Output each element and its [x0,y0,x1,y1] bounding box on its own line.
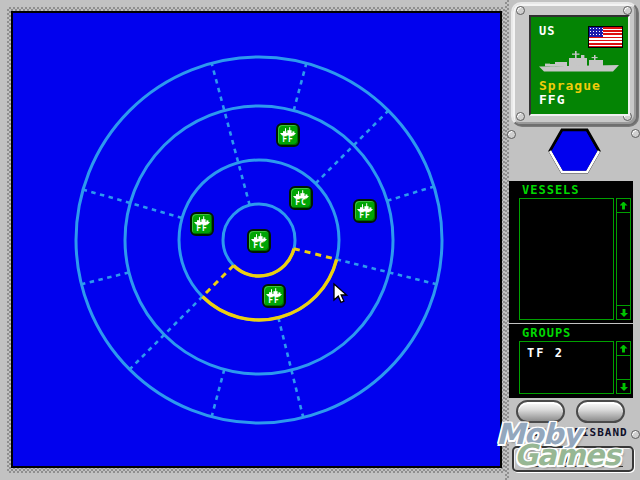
screw-icon [507,130,516,139]
ship-icon[interactable]: FF [276,123,300,147]
ship-class-label: FFG [539,92,565,107]
ship-icon[interactable]: FF [353,199,377,223]
screw-icon [516,112,525,121]
sidebar: US Sprague FFG [505,0,640,480]
scroll-up-button[interactable] [616,198,631,213]
ship-icon[interactable]: FC [289,186,313,210]
unit-info-card: US Sprague FFG [529,15,630,116]
group-list-item[interactable]: TF 2 [527,346,564,360]
tactical-map[interactable]: FFFCFFFFFCFF [11,11,502,468]
ship-silhouette [536,49,622,76]
ship-layer: FFFCFFFFFCFF [13,13,500,466]
vessels-label: VESSELS [522,183,580,197]
screw-icon [516,6,525,15]
groups-label: GROUPS [522,326,571,340]
ship-name: Sprague [539,78,601,93]
ship-icon[interactable]: FF [190,212,214,236]
arrow-up-icon [620,345,628,353]
vessels-scrollbar[interactable] [616,198,631,320]
groups-list[interactable]: TF 2 [519,341,614,394]
groups-panel: GROUPS TF 2 [509,324,633,398]
games-watermark: Games [514,438,620,472]
disband-button[interactable] [576,400,625,423]
nation-label: US [539,24,555,38]
scroll-down-button[interactable] [616,305,631,320]
game-screen: FFFCFFFFFCFF US [0,0,640,480]
us-flag-icon [588,26,623,48]
arrow-down-icon [620,383,628,391]
scroll-down-button[interactable] [616,379,631,394]
scroll-up-button[interactable] [616,341,631,356]
screw-icon [631,430,640,439]
screw-icon [631,129,640,138]
vessels-panel: VESSELS [509,181,633,323]
ship-icon[interactable]: FF [262,284,286,308]
arrow-up-icon [620,202,628,210]
unit-info-plate: US Sprague FFG [511,2,638,126]
groups-scrollbar[interactable] [616,341,631,394]
screw-icon [623,6,632,15]
arrow-down-icon [620,309,628,317]
vessels-list[interactable] [519,198,614,320]
group-shape-icon [547,127,601,179]
ship-icon[interactable]: FC [247,229,271,253]
